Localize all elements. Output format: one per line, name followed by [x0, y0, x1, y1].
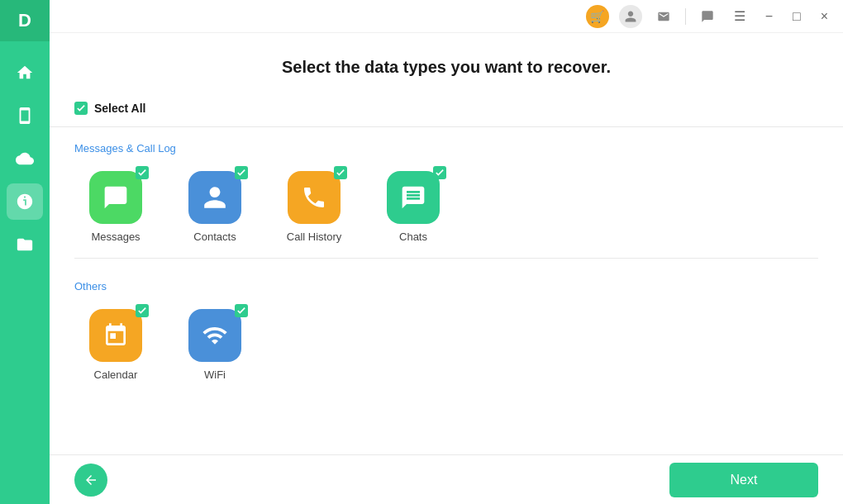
- others-items-grid: Calendar WiFi: [74, 306, 818, 381]
- messages-label: Messages: [91, 231, 140, 243]
- content-area: Select the data types you want to recove…: [50, 33, 843, 454]
- contacts-label: Contacts: [193, 231, 236, 243]
- mail-icon[interactable]: [652, 5, 675, 28]
- messages-icon: [89, 171, 142, 224]
- messages-item[interactable]: Messages: [74, 168, 157, 243]
- sidebar-item-cloud[interactable]: [7, 140, 43, 177]
- device-icon: [16, 107, 34, 125]
- messages-section-title: Messages & Call Log: [74, 142, 818, 155]
- checkmark-icon: [138, 307, 146, 315]
- calendar-checkbox[interactable]: [136, 304, 149, 317]
- call-history-checkbox[interactable]: [334, 166, 347, 179]
- minimize-button[interactable]: −: [760, 6, 778, 27]
- app-logo: D: [0, 0, 50, 41]
- checkmark-icon: [237, 169, 245, 177]
- next-button[interactable]: Next: [669, 463, 818, 497]
- chats-item[interactable]: Chats: [372, 168, 455, 243]
- sidebar-item-device[interactable]: [7, 97, 43, 134]
- close-button[interactable]: ×: [816, 6, 833, 27]
- select-all-checkbox[interactable]: [74, 102, 88, 115]
- contacts-checkbox[interactable]: [235, 166, 248, 179]
- titlebar-divider: [685, 8, 686, 25]
- chats-checkbox[interactable]: [433, 166, 446, 179]
- wifi-icon: [188, 309, 241, 362]
- checkmark-icon: [138, 169, 146, 177]
- back-arrow-icon: [83, 473, 98, 487]
- home-icon: [16, 64, 34, 82]
- sidebar-item-home[interactable]: [7, 55, 43, 91]
- wifi-glyph-icon: [202, 322, 228, 349]
- message-bubble-icon: [102, 184, 129, 211]
- checkmark-icon: [436, 169, 444, 177]
- checkmark-icon: [336, 169, 345, 177]
- sidebar: D: [0, 0, 50, 504]
- call-history-icon: [288, 171, 341, 224]
- info-icon: [16, 193, 34, 211]
- titlebar: 🛒 ☰ − □ ×: [50, 0, 843, 33]
- calendar-glyph-icon: [102, 322, 129, 349]
- messages-items-grid: Messages Contacts: [74, 168, 818, 243]
- sidebar-item-files[interactable]: [7, 226, 43, 263]
- calendar-icon: [89, 309, 142, 362]
- select-all-label: Select All: [94, 102, 146, 115]
- menu-icon[interactable]: ☰: [729, 5, 750, 27]
- chat-icon[interactable]: [696, 5, 719, 28]
- select-all-bar[interactable]: Select All: [50, 93, 843, 127]
- sidebar-item-info[interactable]: [7, 183, 43, 220]
- checkmark-icon: [237, 307, 245, 315]
- user-icon[interactable]: [619, 5, 642, 28]
- person-icon: [202, 184, 228, 211]
- wifi-item[interactable]: WiFi: [174, 306, 256, 381]
- chat-bubble-icon: [400, 184, 426, 211]
- phone-icon: [301, 184, 327, 211]
- messages-checkbox[interactable]: [136, 166, 149, 179]
- others-section-title: Others: [74, 280, 818, 292]
- sidebar-nav: [7, 55, 43, 504]
- main-container: 🛒 ☰ − □ × Select the data types you want…: [50, 0, 843, 504]
- wifi-checkbox[interactable]: [235, 304, 248, 317]
- wifi-label: WiFi: [204, 368, 226, 381]
- chats-icon: [387, 171, 440, 224]
- others-section: Others Calendar: [50, 265, 843, 389]
- calendar-label: Calendar: [94, 368, 138, 381]
- back-button[interactable]: [74, 464, 107, 497]
- files-icon: [16, 235, 34, 254]
- checkmark-icon: [77, 104, 85, 112]
- contacts-icon: [188, 171, 241, 224]
- cloud-icon: [16, 150, 34, 168]
- calendar-item[interactable]: Calendar: [74, 306, 157, 381]
- call-history-label: Call History: [287, 231, 341, 243]
- cart-icon[interactable]: 🛒: [586, 5, 609, 28]
- call-history-item[interactable]: Call History: [273, 168, 355, 243]
- section-divider: [74, 258, 818, 259]
- chats-label: Chats: [399, 231, 427, 243]
- page-title: Select the data types you want to recove…: [50, 33, 843, 93]
- messages-section: Messages & Call Log Messages: [50, 127, 843, 251]
- contacts-item[interactable]: Contacts: [174, 168, 256, 243]
- footer: Next: [50, 454, 843, 504]
- maximize-button[interactable]: □: [788, 6, 806, 27]
